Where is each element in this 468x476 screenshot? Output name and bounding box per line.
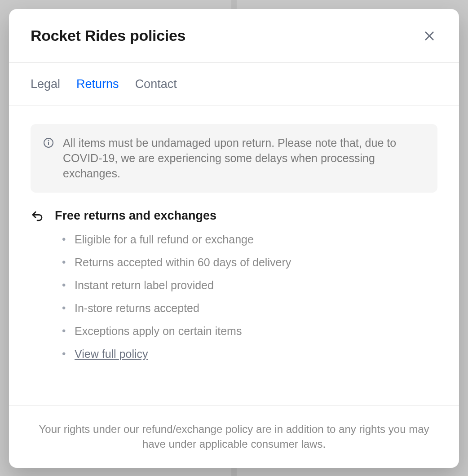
info-banner-text: All items must be undamaged upon return.… bbox=[63, 136, 425, 181]
returns-section: Free returns and exchanges Eligible for … bbox=[31, 209, 437, 369]
tab-bar: Legal Returns Contact bbox=[9, 63, 459, 106]
list-item: In-store returns accepted bbox=[62, 300, 437, 316]
returns-bullet-list: Eligible for a full refund or exchange R… bbox=[55, 232, 437, 362]
modal-header: Rocket Rides policies bbox=[9, 9, 459, 63]
list-item-link: View full policy bbox=[62, 346, 437, 362]
footer-text: Your rights under our refund/exchange po… bbox=[31, 422, 437, 452]
modal-title: Rocket Rides policies bbox=[31, 27, 185, 44]
info-banner: All items must be undamaged upon return.… bbox=[31, 124, 437, 193]
info-icon bbox=[43, 137, 54, 148]
tab-legal[interactable]: Legal bbox=[31, 77, 60, 91]
return-arrow-icon bbox=[31, 210, 44, 223]
modal-footer: Your rights under our refund/exchange po… bbox=[9, 405, 459, 468]
returns-section-content: Free returns and exchanges Eligible for … bbox=[55, 209, 437, 369]
close-icon bbox=[423, 30, 436, 42]
list-item: Returns accepted within 60 days of deliv… bbox=[62, 255, 437, 270]
tab-contact[interactable]: Contact bbox=[135, 77, 177, 91]
list-item: Instant return label provided bbox=[62, 278, 437, 293]
list-item: Eligible for a full refund or exchange bbox=[62, 232, 437, 247]
policies-modal: Rocket Rides policies Legal Returns Cont… bbox=[9, 9, 459, 468]
tab-returns[interactable]: Returns bbox=[76, 77, 119, 91]
svg-point-4 bbox=[49, 141, 49, 141]
returns-section-title: Free returns and exchanges bbox=[55, 209, 437, 223]
close-button[interactable] bbox=[421, 28, 437, 44]
view-full-policy-link[interactable]: View full policy bbox=[75, 348, 148, 360]
modal-body: All items must be undamaged upon return.… bbox=[9, 106, 459, 405]
list-item: Exceptions apply on certain items bbox=[62, 323, 437, 339]
